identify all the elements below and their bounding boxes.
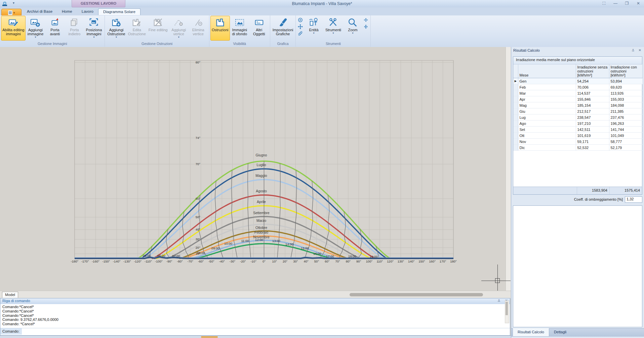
svg-text:06:00: 06:00	[157, 254, 165, 257]
table-row[interactable]: Apr155,846155,003	[513, 96, 642, 102]
ribbon-button-elimina-vertice: Elimina vertice	[189, 16, 208, 41]
ribbon-button-aggiungi-immagine[interactable]: Aggiungi immagine▾	[26, 16, 45, 41]
pin-icon[interactable]: ⚓	[632, 48, 635, 52]
command-history[interactable]: Comando:*Cancel*Comando:*Cancel*Comando:…	[0, 304, 510, 326]
ribbon-button-abilita-editing-immagini[interactable]: Abilita editing immagini	[1, 16, 26, 41]
ribbon-button-impostazioni-grafiche[interactable]: Impostazioni Grafiche	[271, 16, 295, 41]
totals-row: 1583,904 1575,414	[513, 187, 642, 194]
table-cell: 58,777	[609, 139, 642, 145]
close-icon[interactable]: ✕	[639, 48, 641, 52]
drawing-area[interactable]: -180°-170°-160°-150°-140°-130°-120°-110°…	[0, 47, 511, 291]
details-empty-box	[513, 205, 642, 327]
bring-forward-icon	[50, 17, 60, 28]
ribbon-button-label: Ostruzioni	[212, 28, 229, 32]
table-cell: 52,179	[609, 145, 642, 151]
file-menu-arrow-icon: ▾	[13, 11, 15, 14]
table-cell: Gen	[518, 78, 576, 84]
move-icon[interactable]	[298, 24, 303, 30]
ribbon-group-visibilit: OstruzioniImmagini di sfondoAltri Oggett…	[209, 15, 270, 47]
split-vertical-icon[interactable]	[363, 24, 368, 30]
panel-tab-risultati-calcolo[interactable]: Risultati Calcolo	[513, 328, 549, 337]
results-panel-tabs: Risultati CalcoloDettagli	[511, 328, 644, 337]
solar-diagram-chart: -180°-170°-160°-150°-140°-130°-120°-110°…	[0, 47, 511, 291]
image-position-icon	[89, 17, 99, 28]
pin-icon[interactable]: ⚓	[497, 299, 500, 302]
file-menu-icon	[8, 10, 12, 15]
results-panel-title: Risultati Calcolo	[513, 48, 540, 52]
ribbon-button-zoom[interactable]: Zoom▾	[343, 16, 362, 41]
split-horizontal-icon[interactable]	[363, 17, 368, 23]
ribbon-button-ostruzioni[interactable]: Ostruzioni	[210, 16, 230, 41]
ribbon-button-strumenti[interactable]: Strumenti▾	[323, 16, 343, 41]
table-cell: Ott	[518, 133, 576, 139]
svg-text:12:00: 12:00	[255, 238, 263, 242]
zoom-icon	[348, 17, 358, 28]
svg-text:140°: 140°	[408, 259, 415, 263]
table-row[interactable]: Mar114,537113,926	[513, 90, 642, 96]
cancel-icon[interactable]	[298, 17, 303, 23]
table-row[interactable]: Set142,511141,744	[513, 127, 642, 133]
column-header[interactable]: Mese	[518, 64, 576, 78]
minimize-button[interactable]: —	[612, 1, 618, 6]
ribbon-button-label: Porta avanti	[50, 28, 60, 36]
ribbon-button-immagini-di-sfondo[interactable]: Immagini di sfondo	[230, 16, 249, 41]
ribbon-button-fine-editing: Fine editing	[147, 16, 169, 41]
svg-text:170°: 170°	[440, 259, 446, 263]
svg-text:80°: 80°	[346, 259, 351, 263]
svg-text:14:00: 14:00	[285, 242, 293, 246]
restore-button[interactable]: ❐	[624, 1, 630, 6]
panel-tab-dettagli[interactable]: Dettagli	[549, 329, 571, 337]
drawing-vertical-scrollbar[interactable]	[506, 47, 511, 291]
tab-lavoro[interactable]: Lavoro	[77, 8, 98, 15]
ribbon-group-label: Grafica	[271, 41, 295, 47]
svg-text:-170°: -170°	[81, 259, 89, 263]
svg-text:-60°: -60°	[198, 259, 204, 263]
table-row[interactable]: Ott101,619101,049	[513, 133, 642, 139]
close-button[interactable]: ✕	[635, 1, 641, 6]
total-senza-ostruzioni: 1583,904	[577, 187, 609, 194]
table-row[interactable]: Mag185,154184,098	[513, 102, 642, 108]
ribbon-button-porta-avanti[interactable]: Porta avanti	[45, 16, 65, 41]
svg-text:30°: 30°	[196, 237, 201, 241]
svg-text:100°: 100°	[366, 259, 373, 263]
command-history-line: Comando:*Cancel*	[2, 313, 508, 318]
tab-home[interactable]: Home	[57, 8, 77, 15]
command-panel: Riga di comando ⚓ ✕ Comando:*Cancel*Coma…	[0, 298, 510, 336]
table-row[interactable]: Ago197,210196,263	[513, 120, 642, 127]
model-tab[interactable]: Model	[2, 292, 18, 298]
swap-icon[interactable]	[298, 31, 303, 37]
column-header[interactable]: Irradiazione con ostruzioni [kWh/m²]	[609, 64, 642, 78]
svg-text:-40°: -40°	[219, 259, 225, 263]
ribbon-button-entit[interactable]: Entità▾	[304, 16, 323, 41]
ribbon-button-posiziona-immagini[interactable]: Posiziona immagini▾	[84, 16, 104, 41]
svg-text:160°: 160°	[429, 259, 436, 263]
table-row[interactable]: Lug238,547237,476	[513, 114, 642, 120]
ribbon-button-aggiungi-ostruzione[interactable]: Aggiungi Ostruzione▾	[106, 16, 126, 41]
table-row[interactable]: Giu212,517211,385	[513, 108, 642, 114]
tab-archivi-di-base[interactable]: Archivi di Base	[22, 8, 57, 15]
command-input[interactable]	[22, 328, 510, 335]
table-cell: 237,476	[609, 114, 642, 120]
table-row[interactable]: Nov59,17158,777	[513, 139, 642, 145]
table-cell: Mar	[518, 90, 576, 96]
svg-text:0°: 0°	[263, 259, 266, 263]
svg-text:20°: 20°	[196, 246, 201, 249]
svg-text:10:00: 10:00	[224, 242, 232, 245]
svg-text:70°: 70°	[196, 162, 201, 166]
ribbon-group-label: Gestione Immagini	[1, 41, 104, 47]
fullscreen-button[interactable]: ⛶	[601, 1, 607, 6]
vertex-add-icon	[174, 17, 184, 28]
table-row[interactable]: Dic52,53252,179	[513, 145, 642, 151]
command-scrollbar[interactable]	[505, 300, 509, 323]
drawing-horizontal-scrollbar[interactable]	[350, 293, 483, 296]
svg-text:16:00: 16:00	[313, 252, 321, 255]
ribbon-button-altri-oggetti[interactable]: Altri Oggetti	[249, 16, 269, 41]
table-cell: 69,620	[609, 84, 642, 90]
entity-icon	[309, 17, 319, 28]
column-header[interactable]: Irradiazione senza ostruzioni [kWh/m²]	[576, 64, 609, 78]
tab-diagramma-solare[interactable]: Diagramma Solare	[98, 8, 140, 15]
svg-text:Settembre: Settembre	[253, 211, 270, 215]
table-row[interactable]: ▶Gen54,25453,894	[513, 78, 642, 84]
table-cell: Giu	[518, 108, 576, 114]
table-row[interactable]: Feb70,00669,620	[513, 84, 642, 90]
